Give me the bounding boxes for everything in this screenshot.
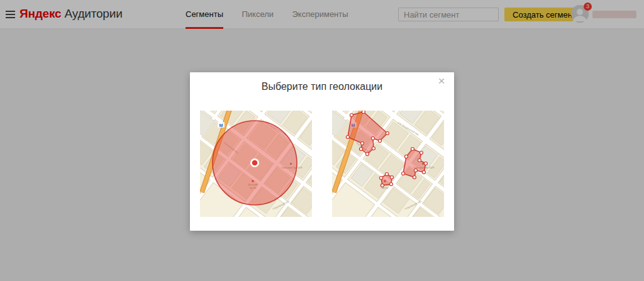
polygon-vertex-handle — [362, 111, 365, 114]
polygon-vertex-handle — [411, 148, 414, 151]
app-root: Яндекс Аудитории Сегменты Пиксели Экспер… — [0, 0, 644, 281]
polygon-vertex-handle — [423, 171, 426, 174]
polygon-vertex-handle — [391, 176, 394, 179]
polygon-map-preview — [332, 111, 444, 217]
polygon-vertex-handle — [413, 176, 416, 179]
geo-option-polygons[interactable] — [332, 111, 444, 217]
circle-map-preview — [200, 111, 312, 217]
polygon-vertex-handle — [418, 159, 421, 162]
polygon-vertex-handle — [402, 172, 405, 175]
polygon-vertex-handle — [380, 177, 383, 180]
polygon-vertex-handle — [381, 184, 384, 187]
polygon-vertex-handle — [350, 114, 353, 117]
polygon-vertex-handle — [386, 173, 389, 176]
center-marker-dot — [252, 160, 258, 166]
polygon-vertex-handle — [405, 155, 408, 158]
polygon-vertex-handle — [361, 142, 364, 145]
polygon-vertex-handle — [425, 162, 428, 165]
close-icon[interactable]: × — [436, 75, 447, 87]
polygon-vertex-handle — [386, 132, 389, 135]
geolocation-type-dialog: Выберите тип геолокации × — [190, 72, 454, 231]
polygon-vertex-handle — [372, 137, 375, 140]
polygon-vertex-handle — [390, 183, 393, 186]
polygon-vertex-handle — [347, 136, 350, 139]
polygon-vertex-handle — [420, 152, 423, 155]
polygon-vertex-handle — [414, 169, 418, 172]
geo-option-circle[interactable] — [200, 111, 312, 217]
polygon-vertex-handle — [366, 153, 369, 156]
polygon-vertex-handle — [372, 147, 375, 150]
polygon-vertex-handle — [379, 140, 382, 143]
dialog-title: Выберите тип геолокации — [190, 81, 454, 92]
polygon-vertex-handle — [360, 148, 363, 151]
